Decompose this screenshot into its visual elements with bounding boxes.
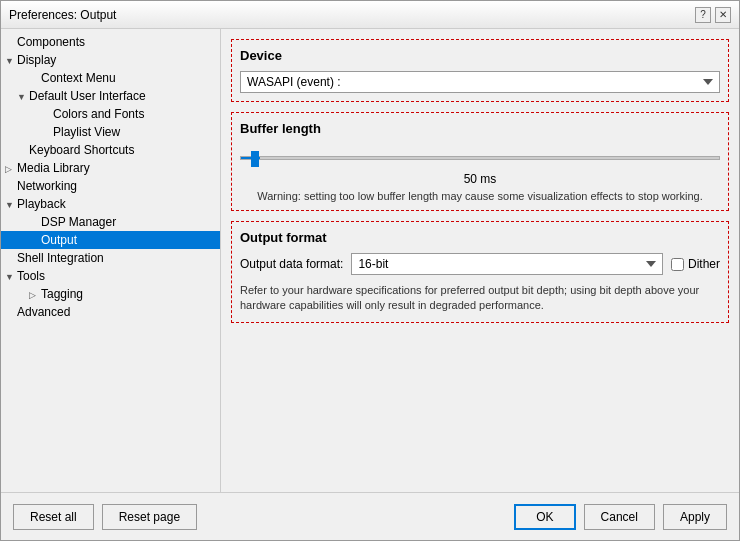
sidebar-label-networking: Networking [17, 179, 77, 193]
sidebar: Components▼Display Context Menu▼Default … [1, 29, 221, 492]
output-data-format-label: Output data format: [240, 257, 343, 271]
bottom-bar: Reset all Reset page OK Cancel Apply [1, 492, 739, 540]
dither-row: Dither [671, 257, 720, 271]
expand-icon-display: ▼ [5, 56, 17, 66]
apply-button[interactable]: Apply [663, 504, 727, 530]
sidebar-item-components[interactable]: Components [1, 33, 220, 51]
sidebar-item-display[interactable]: ▼Display [1, 51, 220, 69]
sidebar-label-default-ui: Default User Interface [29, 89, 146, 103]
sidebar-item-tools[interactable]: ▼Tools [1, 267, 220, 285]
sidebar-item-keyboard-shortcuts[interactable]: Keyboard Shortcuts [1, 141, 220, 159]
close-button[interactable]: ✕ [715, 7, 731, 23]
sidebar-item-context-menu[interactable]: Context Menu [1, 69, 220, 87]
sidebar-label-playback: Playback [17, 197, 66, 211]
ok-button[interactable]: OK [514, 504, 575, 530]
reset-all-button[interactable]: Reset all [13, 504, 94, 530]
sidebar-label-context-menu: Context Menu [41, 71, 116, 85]
dither-checkbox[interactable] [671, 258, 684, 271]
sidebar-item-colors-fonts[interactable]: Colors and Fonts [1, 105, 220, 123]
content-area: Components▼Display Context Menu▼Default … [1, 29, 739, 492]
format-dropdown[interactable]: 8-bit16-bit24-bit32-bit [351, 253, 663, 275]
output-description: Refer to your hardware specifications fo… [240, 283, 720, 314]
device-section-title: Device [240, 48, 720, 63]
dither-label[interactable]: Dither [688, 257, 720, 271]
window-title: Preferences: Output [9, 8, 116, 22]
sidebar-label-display: Display [17, 53, 56, 67]
preferences-window: Preferences: Output ? ✕ Components▼Displ… [0, 0, 740, 541]
sidebar-label-shell-integration: Shell Integration [17, 251, 104, 265]
sidebar-label-media-library: Media Library [17, 161, 90, 175]
buffer-warning: Warning: setting too low buffer length m… [240, 190, 720, 202]
sidebar-label-components: Components [17, 35, 85, 49]
buffer-slider-thumb[interactable] [251, 151, 259, 167]
cancel-button[interactable]: Cancel [584, 504, 655, 530]
sidebar-item-media-library[interactable]: ▷Media Library [1, 159, 220, 177]
sidebar-item-advanced[interactable]: Advanced [1, 303, 220, 321]
title-bar: Preferences: Output ? ✕ [1, 1, 739, 29]
sidebar-label-output: Output [41, 233, 77, 247]
output-format-section-title: Output format [240, 230, 720, 245]
bottom-left-buttons: Reset all Reset page [13, 504, 197, 530]
device-dropdown[interactable]: WASAPI (event) :DirectSoundASIOKernel St… [240, 71, 720, 93]
sidebar-item-dsp-manager[interactable]: DSP Manager [1, 213, 220, 231]
sidebar-label-dsp-manager: DSP Manager [41, 215, 116, 229]
sidebar-item-networking[interactable]: Networking [1, 177, 220, 195]
buffer-slider-track[interactable] [240, 156, 720, 160]
buffer-section-title: Buffer length [240, 121, 720, 136]
bottom-right-buttons: OK Cancel Apply [514, 504, 727, 530]
main-panel: Device WASAPI (event) :DirectSoundASIOKe… [221, 29, 739, 492]
title-bar-buttons: ? ✕ [695, 7, 731, 23]
buffer-slider-container [240, 144, 720, 172]
sidebar-item-playback[interactable]: ▼Playback [1, 195, 220, 213]
sidebar-label-tagging: Tagging [41, 287, 83, 301]
sidebar-item-playlist-view[interactable]: Playlist View [1, 123, 220, 141]
output-format-section: Output format Output data format: 8-bit1… [231, 221, 729, 323]
sidebar-item-default-ui[interactable]: ▼Default User Interface [1, 87, 220, 105]
sidebar-item-shell-integration[interactable]: Shell Integration [1, 249, 220, 267]
sidebar-item-output[interactable]: Output [1, 231, 220, 249]
help-button[interactable]: ? [695, 7, 711, 23]
device-section: Device WASAPI (event) :DirectSoundASIOKe… [231, 39, 729, 102]
sidebar-label-tools: Tools [17, 269, 45, 283]
buffer-section: Buffer length 50 ms Warning: setting too… [231, 112, 729, 211]
reset-page-button[interactable]: Reset page [102, 504, 197, 530]
sidebar-label-advanced: Advanced [17, 305, 70, 319]
sidebar-label-keyboard-shortcuts: Keyboard Shortcuts [29, 143, 134, 157]
sidebar-label-playlist-view: Playlist View [53, 125, 120, 139]
expand-icon-playback: ▼ [5, 200, 17, 210]
expand-icon-default-ui: ▼ [17, 92, 29, 102]
sidebar-item-tagging[interactable]: ▷Tagging [1, 285, 220, 303]
sidebar-label-colors-fonts: Colors and Fonts [53, 107, 144, 121]
output-format-row: Output data format: 8-bit16-bit24-bit32-… [240, 253, 720, 275]
expand-icon-media-library: ▷ [5, 164, 17, 174]
expand-icon-tools: ▼ [5, 272, 17, 282]
buffer-ms-display: 50 ms [240, 172, 720, 186]
expand-icon-tagging: ▷ [29, 290, 41, 300]
